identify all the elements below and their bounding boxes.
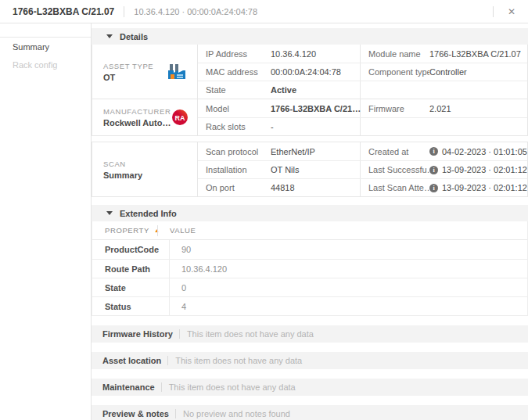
value-cell: 90: [170, 240, 527, 259]
no-data-message: No preview and notes found: [183, 409, 290, 418]
table-row: Route Path 10.36.4.120: [92, 259, 527, 278]
table-row: IP Address10.36.4.120 Module name1766-L3…: [198, 45, 527, 63]
table-row: ProductCode 90: [92, 240, 527, 259]
asset-location-label: Asset location: [102, 356, 161, 365]
table-row: State 0: [92, 278, 527, 296]
manufacturer-cell: MANUFACTURER Rockwell Auto… RA: [92, 99, 198, 135]
asset-ip-mac: 10.36.4.120 · 00:00:0A:24:04:78: [134, 7, 257, 16]
field-value: 10.36.4.120: [271, 49, 316, 59]
chevron-down-icon: [106, 34, 113, 38]
field-label: Last Successfu…: [368, 165, 429, 174]
divider: [161, 382, 162, 392]
field-value: Active: [271, 85, 296, 95]
scan-cell: SCAN Summary: [92, 142, 198, 196]
preview-notes-section[interactable]: Preview & notes No preview and notes fou…: [92, 405, 528, 420]
field-label: Component type: [368, 67, 429, 77]
details-table-top: ASSET TYPE OT IP Address10.36.4.120: [92, 45, 528, 136]
field-label: IP Address: [206, 49, 271, 59]
table-row: MAC address00:00:0A:24:04:78 Component t…: [198, 63, 527, 81]
field-label: Scan protocol: [206, 147, 271, 156]
close-icon[interactable]: ✕: [503, 5, 520, 18]
field-label: Created at: [368, 147, 429, 156]
scan-label: SCAN: [103, 160, 142, 168]
manufacturer-group: MANUFACTURER Rockwell Auto… RA: [92, 99, 527, 135]
field-label: Model: [206, 104, 271, 113]
asset-type-group: ASSET TYPE OT IP Address10.36.4.120: [92, 45, 527, 99]
firmware-history-label: Firmware History: [102, 329, 173, 339]
asset-type-value: OT: [103, 73, 153, 82]
asset-type-cell: ASSET TYPE OT: [92, 45, 198, 99]
value-cell: 10.36.4.120: [170, 260, 527, 278]
asset-type-label: ASSET TYPE: [103, 62, 153, 70]
info-icon[interactable]: i: [429, 166, 438, 174]
field-value: 1766-L32BXBA C/21…: [271, 104, 361, 113]
firmware-history-section[interactable]: Firmware History This item does not have…: [92, 325, 528, 343]
rockwell-logo: RA: [171, 108, 189, 127]
details-table-scan: SCAN Summary Scan protocolEtherNet/IP Cr…: [92, 142, 528, 197]
no-data-message: This item does not have any data: [175, 356, 302, 365]
table-row: InstallationOT Nils Last Successfu…i13-0…: [198, 160, 527, 178]
preview-notes-label: Preview & notes: [102, 409, 169, 418]
scan-value: Summary: [103, 171, 142, 180]
field-label: Rack slots: [206, 122, 271, 131]
field-label: Module name: [368, 49, 429, 59]
table-row: Model1766-L32BXBA C/21… Firmware2.021: [198, 99, 527, 117]
extended-info-section: Extended Info PROPERTY ▲ VALUE ProductCo…: [92, 205, 528, 316]
field-value: 04-02-2023 · 01:01:05: [442, 147, 527, 156]
field-label: Installation: [206, 165, 271, 174]
field-label: MAC address: [206, 67, 271, 77]
field-value: 13-09-2023 · 02:01:12: [442, 165, 527, 174]
property-cell: ProductCode: [92, 240, 170, 259]
field-value: 2.021: [429, 104, 451, 113]
property-cell: Status: [92, 297, 170, 315]
info-icon[interactable]: i: [429, 147, 438, 156]
sidebar-item-summary[interactable]: Summary: [0, 38, 91, 56]
asset-location-section[interactable]: Asset location This item does not have a…: [92, 352, 528, 369]
sidebar: Summary Rack config: [0, 23, 92, 420]
maintenance-section[interactable]: Maintenance This item does not have any …: [92, 379, 528, 396]
field-value: OT Nils: [271, 165, 299, 174]
property-cell: Route Path: [92, 260, 170, 278]
field-value: Controller: [429, 67, 467, 77]
asset-title: 1766-L32BXBA C/21.07: [13, 6, 114, 17]
field-value: 13-09-2023 · 02:01:12: [442, 183, 527, 192]
table-row: On port44818 Last Scan Atte…i13-09-2023 …: [198, 178, 527, 196]
details-section-header[interactable]: Details: [92, 28, 528, 45]
extended-info-label: Extended Info: [120, 209, 177, 218]
extended-info-table: PROPERTY ▲ VALUE ProductCode 90 Route Pa…: [92, 221, 528, 316]
property-cell: State: [92, 278, 170, 296]
table-row: Status 4: [92, 296, 527, 315]
scan-group: SCAN Summary Scan protocolEtherNet/IP Cr…: [92, 142, 527, 196]
header-divider-right: [493, 6, 494, 17]
header-divider: [124, 6, 124, 17]
table-row: StateActive: [198, 81, 527, 99]
field-label: Firmware: [368, 104, 429, 113]
table-row: Rack slots-: [198, 117, 527, 135]
details-section-label: Details: [120, 32, 148, 41]
chevron-down-icon: [106, 211, 113, 215]
field-label: On port: [206, 183, 271, 192]
divider: [179, 329, 180, 339]
property-column-label: PROPERTY: [105, 226, 149, 235]
value-cell: 4: [170, 297, 527, 315]
main-content: Details ASSET TYPE OT: [92, 23, 528, 420]
panel-header: 1766-L32BXBA C/21.07 10.36.4.120 · 00:00…: [0, 0, 528, 23]
field-value: -: [271, 122, 274, 131]
field-value: 00:00:0A:24:04:78: [271, 67, 341, 77]
field-value: EtherNet/IP: [271, 147, 315, 156]
svg-text:RA: RA: [175, 114, 185, 122]
manufacturer-value: Rockwell Auto…: [103, 118, 171, 127]
field-label: State: [206, 85, 271, 95]
factory-icon: [166, 63, 188, 81]
no-data-message: This item does not have any data: [169, 382, 296, 392]
maintenance-label: Maintenance: [102, 382, 155, 392]
sidebar-item-rack-config[interactable]: Rack config: [0, 56, 91, 74]
field-value: 44818: [271, 183, 295, 192]
divider: [167, 356, 168, 365]
column-header-property[interactable]: PROPERTY ▲: [92, 226, 157, 235]
field-value: 1766-L32BXBA C/21.07: [429, 49, 521, 59]
table-row: Scan protocolEtherNet/IP Created ati04-0…: [198, 142, 527, 160]
extended-info-section-header[interactable]: Extended Info: [92, 205, 528, 221]
divider: [175, 409, 176, 418]
info-icon[interactable]: i: [429, 184, 438, 192]
